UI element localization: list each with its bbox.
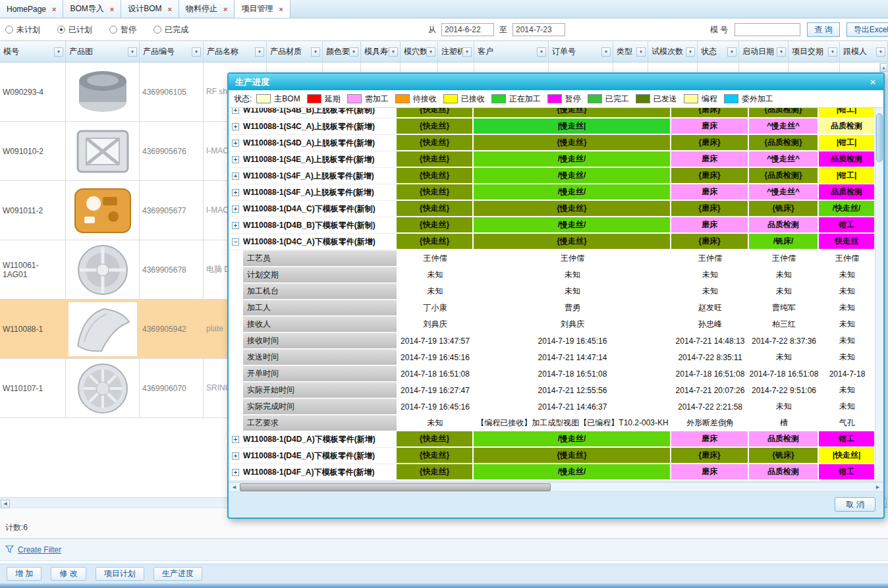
- filter-dropdown-icon[interactable]: ▼: [128, 47, 137, 57]
- filter-dropdown-icon[interactable]: ▼: [349, 47, 358, 57]
- scroll-right-icon[interactable]: ▶: [874, 483, 882, 491]
- expand-icon[interactable]: +: [232, 140, 239, 147]
- expand-icon[interactable]: +: [232, 469, 239, 476]
- filter-dropdown-icon[interactable]: ▼: [192, 47, 201, 57]
- modify-button[interactable]: 修 改: [51, 567, 86, 581]
- column-header-product-image[interactable]: 产品图▼: [66, 41, 140, 62]
- dialog-close-icon[interactable]: ✕: [866, 78, 879, 87]
- detail-value: 2014-7-22 9:51:06: [749, 382, 819, 398]
- mold-no-input[interactable]: [735, 23, 800, 36]
- part-row[interactable]: +W110088-1(D4F_A)下模板零件(新增){快走丝}/慢走丝/磨床品质…: [229, 464, 875, 481]
- tab-close-icon[interactable]: ×: [110, 5, 114, 13]
- expand-icon[interactable]: +: [232, 108, 239, 114]
- process-cell: {快走丝}: [397, 464, 474, 481]
- part-row[interactable]: +W110088-1(D4A_C)下模板零件(新制){快走丝}{慢走丝}{磨床}…: [229, 201, 875, 217]
- scrollbar-thumb[interactable]: [876, 113, 883, 162]
- part-row[interactable]: +W110088-1(S4D_A)上脱板零件(新增){快走丝}{慢走丝}{磨床}…: [229, 135, 875, 151]
- column-header-start-date[interactable]: 启动日期▼: [739, 41, 789, 62]
- filter-dropdown-icon[interactable]: ▼: [727, 47, 736, 57]
- part-row[interactable]: +W110088-1(D4B_B)下模板零件(新制){快走丝}/慢走丝/磨床品质…: [229, 217, 875, 234]
- expand-icon[interactable]: +: [232, 222, 239, 229]
- filter-dropdown-icon[interactable]: ▼: [255, 47, 264, 57]
- expand-icon[interactable]: +: [232, 452, 239, 460]
- tab-material-stop[interactable]: 物料停止×: [179, 0, 235, 18]
- part-name-cell: +W110088-1(D4F_A)下模板零件(新增): [229, 464, 397, 481]
- scroll-up-icon[interactable]: ▲: [880, 63, 887, 72]
- part-row[interactable]: +W110088-1(S4B_B)上脱板零件(新制){快走丝}{慢走丝}{磨床}…: [229, 108, 875, 119]
- create-filter-link[interactable]: Create Filter: [18, 545, 61, 554]
- project-plan-button[interactable]: 项目计划: [96, 567, 144, 581]
- column-header-project-deadline[interactable]: 项目交期▼: [789, 41, 840, 62]
- part-row[interactable]: +W110088-1(S4C_A)上脱板零件(新增){快走丝}|慢走丝|磨床^慢…: [229, 119, 875, 135]
- part-row[interactable]: +W110088-1(D4D_A)下模板零件(新增){快走丝}/慢走丝/磨床品质…: [229, 431, 875, 448]
- filter-dropdown-icon[interactable]: ▼: [389, 47, 398, 57]
- radio-unplanned[interactable]: 未计划: [5, 24, 40, 36]
- part-row[interactable]: +W110088-1(S4E_A)上脱板零件(新增){快走丝}/慢走丝/磨床^慢…: [229, 151, 875, 168]
- scrollbar-thumb[interactable]: [240, 483, 551, 491]
- column-title: 产品编号: [143, 46, 192, 57]
- tab-project-management[interactable]: 项目管理×: [235, 0, 290, 18]
- column-header-molding-machine[interactable]: 注塑机▼: [438, 41, 474, 62]
- filter-dropdown-icon[interactable]: ▼: [537, 47, 546, 57]
- collapse-icon[interactable]: −: [232, 238, 239, 246]
- filter-dropdown-icon[interactable]: ▼: [777, 47, 786, 57]
- tab-close-icon[interactable]: ×: [223, 5, 227, 13]
- tab-close-icon[interactable]: ×: [279, 5, 283, 13]
- part-row[interactable]: +W110088-1(S4F_A)上脱板零件(新增){快走丝}/慢走丝/磨床^慢…: [229, 184, 875, 201]
- radio-paused[interactable]: 暂停: [109, 24, 136, 36]
- part-row[interactable]: −W110088-1(D4C_A)下模板零件(新增){快走丝}{慢走丝}{磨床}…: [229, 234, 875, 250]
- column-header-customer[interactable]: 客户▼: [474, 41, 549, 62]
- dialog-horizontal-scrollbar[interactable]: ◀ ▶: [229, 482, 883, 492]
- cancel-button[interactable]: 取 消: [835, 497, 875, 512]
- filter-dropdown-icon[interactable]: ▼: [636, 47, 646, 57]
- column-header-product-name[interactable]: 产品名称▼: [204, 41, 267, 62]
- part-row[interactable]: +W110088-1(S4F_A)上脱板零件(新增){快走丝}/慢走丝/{磨床}…: [229, 168, 875, 184]
- column-header-product-no[interactable]: 产品编号▼: [140, 41, 204, 62]
- add-button[interactable]: 增 加: [7, 567, 42, 581]
- column-header-color-req[interactable]: 颜色要求▼: [323, 41, 361, 62]
- column-header-status[interactable]: 状态▼: [698, 41, 739, 62]
- date-to-input[interactable]: [513, 23, 565, 36]
- filter-dropdown-icon[interactable]: ▼: [828, 47, 837, 57]
- column-header-mold-life[interactable]: 模具寿命▼: [361, 41, 401, 62]
- expand-icon[interactable]: +: [232, 173, 239, 180]
- expand-icon[interactable]: +: [232, 189, 239, 196]
- radio-planned[interactable]: 已计划: [57, 24, 92, 36]
- expand-icon[interactable]: +: [232, 205, 239, 213]
- expand-icon[interactable]: +: [232, 436, 239, 443]
- scroll-left-icon[interactable]: ◀: [1, 500, 10, 508]
- query-button[interactable]: 查 询: [807, 22, 839, 37]
- tab-close-icon[interactable]: ×: [52, 5, 56, 13]
- filter-dropdown-icon[interactable]: ▼: [54, 47, 63, 57]
- scroll-left-icon[interactable]: ◀: [230, 483, 238, 491]
- legend-processing-swatch: [491, 94, 506, 103]
- filter-dropdown-icon[interactable]: ▼: [876, 47, 885, 57]
- production-progress-button[interactable]: 生产进度: [153, 567, 202, 581]
- record-count: 计数:6: [5, 522, 28, 533]
- radio-completed[interactable]: 已完成: [153, 24, 188, 36]
- expand-icon[interactable]: +: [232, 156, 239, 163]
- tab-design-bom[interactable]: 设计BOM×: [121, 0, 179, 18]
- column-header-order-no[interactable]: 订单号▼: [549, 41, 613, 62]
- column-header-cavity-count[interactable]: 模穴数▼: [401, 41, 438, 62]
- column-header-mold-no[interactable]: 模号▼: [0, 41, 66, 62]
- tab-homepage[interactable]: HomePage×: [0, 0, 63, 18]
- detail-value: 未知: [819, 267, 875, 283]
- export-excel-button[interactable]: 导出Excel: [846, 22, 888, 37]
- filter-dropdown-icon[interactable]: ▼: [311, 47, 320, 57]
- filter-dropdown-icon[interactable]: ▼: [601, 47, 611, 57]
- part-row[interactable]: +W110088-1(D4E_A)下模板零件(新增){快走丝}{慢走丝}{磨床}…: [229, 448, 875, 464]
- filter-dropdown-icon[interactable]: ▼: [462, 47, 472, 57]
- tab-close-icon[interactable]: ×: [168, 5, 172, 13]
- expand-icon[interactable]: +: [232, 123, 239, 130]
- dialog-vertical-scrollbar[interactable]: [875, 108, 883, 481]
- column-header-type[interactable]: 类型▼: [613, 41, 648, 62]
- filter-dropdown-icon[interactable]: ▼: [686, 47, 695, 57]
- detail-value: 未知: [819, 382, 875, 398]
- column-header-mold-follower[interactable]: 跟模人▼: [840, 41, 888, 62]
- column-header-trial-count[interactable]: 试模次数▼: [648, 41, 698, 62]
- filter-dropdown-icon[interactable]: ▼: [426, 47, 435, 57]
- tab-bom-import[interactable]: BOM导入×: [63, 0, 121, 18]
- column-header-product-material[interactable]: 产品材质▼: [267, 41, 323, 62]
- date-from-input[interactable]: [441, 23, 494, 36]
